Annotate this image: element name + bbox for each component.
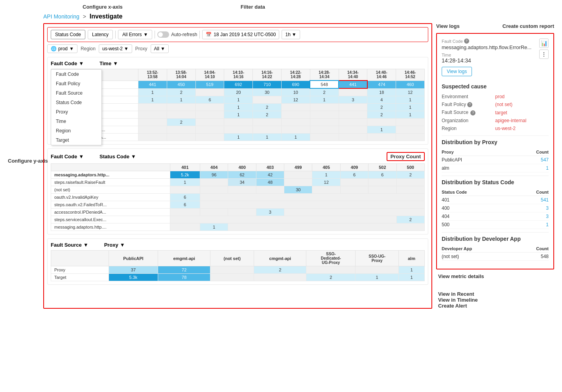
info-icon-fault-code[interactable]: ? [464,38,469,44]
grid2-cell[interactable]: 30 [284,186,312,194]
grid2-cell[interactable] [396,179,424,186]
grid1-cell[interactable]: 1 [224,134,253,141]
grid1-cell[interactable] [339,134,367,141]
grid1-cell[interactable] [138,134,167,141]
dist-devapp-row[interactable]: (not set) 548 [442,253,549,261]
table-row[interactable]: oauth.v2.InvalidApiKey 6 [51,194,425,201]
table-row[interactable]: 1 2 2 1 [51,111,425,119]
grid1-cell[interactable]: 2 [253,111,282,119]
grid1-cell[interactable]: 1 [396,104,425,111]
table-row[interactable]: accesscontrol.IPDeniedA... 3 [51,209,425,216]
grid1-cell[interactable] [138,104,167,111]
proxy-dropdown-btn[interactable]: All ▼ [151,44,169,53]
grid1-cell[interactable] [138,126,167,134]
table-row[interactable]: accesscontrol.IPDeniedA... 1 1 1 [51,134,425,141]
grid1-cell-selected[interactable]: 548 [310,81,339,88]
grid1-cell[interactable]: 1 [138,88,167,96]
grid3-cell[interactable]: 78 [158,274,210,281]
grid1-cell[interactable] [310,119,339,126]
grid3-cell[interactable] [306,266,356,274]
grid2-cell[interactable]: 34 [228,179,256,186]
grid2-cell[interactable] [369,186,396,194]
grid1-cell[interactable]: 30 [253,88,282,96]
grid1-cell[interactable] [339,104,367,111]
grid1-cell[interactable]: 519 [195,81,224,88]
grid1-cell[interactable]: 2 [167,88,195,96]
table-row[interactable]: steps.servicecallout.Exec... 2 [51,216,425,223]
grid1-cell[interactable] [253,126,282,134]
grid2-cell[interactable] [200,186,228,194]
grid1-cell[interactable]: 10 [281,88,310,96]
grid3-cell[interactable] [254,274,306,281]
grid1-cell[interactable] [167,126,195,134]
latency-btn[interactable]: Latency [88,30,113,39]
grid1-cell[interactable] [281,104,310,111]
grid3-cell[interactable]: 2 [306,274,356,281]
grid2-cell[interactable]: 2 [396,216,424,223]
grid2-cell[interactable] [312,186,340,194]
grid1-cell[interactable]: 1 [138,96,167,104]
grid1-cell[interactable] [281,119,310,126]
info-icon-fault-policy[interactable]: ? [467,102,472,107]
table-row[interactable]: Target 5.3k 78 2 1 1 [51,274,425,281]
grid2-cell[interactable] [340,186,368,194]
info-icon-fault-source[interactable]: ? [470,110,475,115]
grid1-xaxis-dropdown[interactable]: Time ▼ [100,60,118,66]
grid2-cell[interactable]: 48 [256,179,284,186]
grid1-cell[interactable]: 1 [396,96,425,104]
grid2-cell[interactable] [256,186,284,194]
grid1-cell[interactable]: 441 [138,81,167,88]
grid1-cell[interactable]: 690 [281,81,310,88]
grid2-cell[interactable]: 6 [340,171,368,179]
env-dropdown-btn[interactable]: 🌐 prod ▼ [47,44,77,53]
grid1-yaxis-dropdown[interactable]: Fault Code ▼ [51,60,84,66]
grid2-cell[interactable] [228,209,256,216]
grid2-cell[interactable]: 42 [256,171,284,179]
grid1-cell[interactable] [195,104,224,111]
grid1-cell[interactable] [195,126,224,134]
grid1-cell[interactable]: 1 [253,134,282,141]
grid2-cell[interactable] [340,179,368,186]
grid1-cell[interactable]: 1 [224,104,253,111]
dist-status-row[interactable]: 500 1 [442,221,549,229]
grid2-cell[interactable]: 1 [312,171,340,179]
grid1-cell[interactable] [339,111,367,119]
grid2-cell[interactable]: 6 [170,201,200,209]
grid1-cell[interactable] [339,119,367,126]
grid1-cell[interactable] [367,134,396,141]
grid1-cell[interactable] [310,126,339,134]
grid2-cell[interactable]: 1 [200,223,228,231]
table-row[interactable]: messaging.adaptors.http... [51,126,425,134]
grid2-cell[interactable] [170,209,200,216]
chart-icon-btn[interactable]: 📊 [539,38,549,48]
dist-status-row[interactable]: 400 3 [442,204,549,212]
grid1-cell[interactable] [167,134,195,141]
grid1-cell[interactable]: 3 [339,96,367,104]
grid2-xaxis-dropdown[interactable]: Status Code ▼ [100,154,136,159]
grid2-cell[interactable] [284,179,312,186]
dropdown-item-time[interactable]: Time [51,117,101,126]
grid1-cell[interactable] [310,104,339,111]
grid1-cell[interactable]: 12 [281,96,310,104]
grid1-cell[interactable] [281,111,310,119]
grid1-cell[interactable] [367,119,396,126]
dist-proxy-row[interactable]: alm 1 [442,164,549,172]
grid1-cell[interactable] [167,111,195,119]
table-row[interactable]: messaging.adaptors.http.... 1 [51,223,425,231]
grid1-cell[interactable]: 1 [310,96,339,104]
dist-proxy-row[interactable]: PublicAPI 547 [442,156,549,164]
grid1-cell[interactable]: 2 [367,111,396,119]
grid3-cell[interactable]: 1 [398,266,424,274]
grid1-cell[interactable]: 6 [195,96,224,104]
grid1-cell[interactable]: 2 [167,119,195,126]
grid1-cell[interactable] [253,96,282,104]
grid2-cell[interactable] [284,171,312,179]
dropdown-item-status-code[interactable]: Status Code [51,98,101,107]
grid2-cell[interactable] [170,223,200,231]
grid1-cell[interactable]: 474 [367,81,396,88]
grid2-yaxis-dropdown[interactable]: Fault Code ▼ [51,154,84,159]
grid1-cell[interactable] [167,104,195,111]
grid1-cell[interactable]: 1 [224,111,253,119]
dist-status-row[interactable]: 401 541 [442,196,549,204]
grid3-cell[interactable] [210,274,254,281]
